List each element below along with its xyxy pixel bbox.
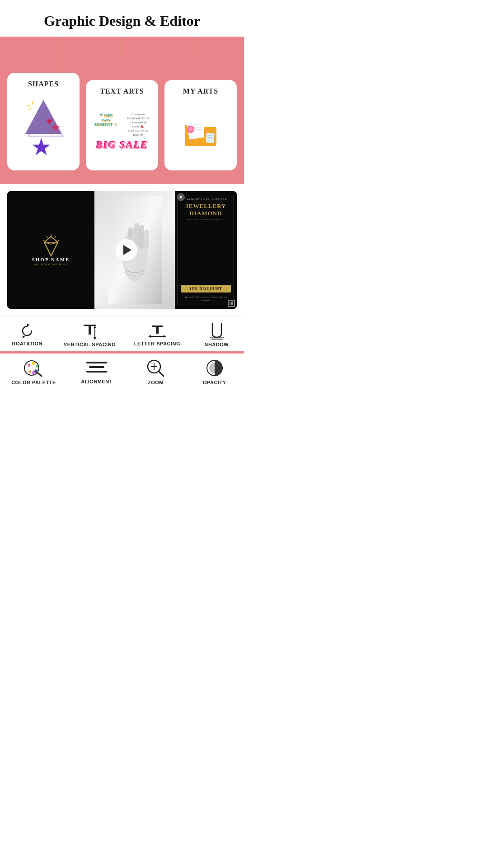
big-sale-text: BIG SALE [96,139,148,151]
shapes-visual: ★ ♥ ★ [13,93,74,163]
shop-slogan-text: YOUR SLOGAN HERE [34,263,68,266]
text-arts-card-image: ✦ enjoyeveryMOMENT ☺ CinderellaIS PROOF … [91,100,153,163]
color-palette-tool[interactable]: COLOR PALETTE [11,359,56,385]
shapes-card[interactable]: SHAPES [7,73,80,170]
shapes-card-title: SHAPES [28,80,59,88]
alignment-tool[interactable]: ALIGNMENT [79,360,115,384]
text-arts-card-title: TEXT ARTS [100,87,144,95]
vertical-spacing-icon [82,322,98,340]
svg-rect-32 [144,230,149,250]
svg-point-48 [32,362,35,365]
alignment-label: ALIGNMENT [81,379,113,384]
rotation-tool[interactable]: ROATATION [9,323,45,346]
color-palette-icon [23,359,43,377]
main-toolbar: ROATATION VERTICAL SPACING LETTER SPACIN… [0,316,244,351]
letter-spacing-label: LETTER SPACING [134,341,180,346]
opacity-tool[interactable]: OPACITY [197,359,233,385]
text-arts-visual: ✦ enjoyeveryMOMENT ☺ CinderellaIS PROOF … [91,113,153,151]
svg-point-46 [24,361,39,375]
svg-rect-55 [86,362,107,363]
close-button[interactable]: ✕ [177,193,185,201]
svg-rect-33 [230,302,230,305]
svg-line-25 [58,240,59,241]
app-title: Graphic Design & Editor [9,13,235,29]
svg-line-24 [47,236,47,238]
svg-marker-40 [94,337,96,340]
svg-line-2 [32,101,33,104]
svg-line-61 [159,371,164,376]
bottom-toolbar: COLOR PALETTE ALIGNMENT ZOOM OPACITY [0,354,244,392]
triangle-svg: ★ ♥ [23,98,64,138]
play-button[interactable] [116,239,137,261]
shadow-icon [209,322,225,340]
svg-rect-42 [156,326,159,334]
pink-section: SHAPES [0,37,244,184]
my-arts-card-image [170,100,231,163]
diamond-logo-icon [40,234,62,257]
discount-badge: 20% DISCOUNT [181,285,231,292]
ad-container: SHOP NAME YOUR SLOGAN HERE [7,191,237,309]
svg-rect-35 [232,302,233,305]
text-arts-card[interactable]: TEXT ARTS ✦ enjoyeveryMOMENT ☺ Cinderell… [86,80,158,170]
my-arts-card[interactable]: MY ARTS [164,80,237,170]
svg-marker-19 [44,236,58,256]
arts-folder-icon [183,116,219,147]
svg-marker-45 [164,335,166,338]
svg-point-49 [36,365,38,368]
my-arts-card-title: MY ARTS [183,87,218,95]
rotation-label: ROATATION [12,341,42,346]
shadow-tool[interactable]: SHADOW [199,322,235,347]
svg-marker-20 [44,236,58,244]
shadow-label: SHADOW [205,342,229,347]
zoom-icon [146,359,164,377]
ad-left-panel: SHOP NAME YOUR SLOGAN HERE [7,191,94,309]
svg-line-23 [55,236,56,238]
play-triangle-icon [123,245,131,255]
svg-rect-57 [86,371,107,373]
svg-text:♥: ♥ [47,116,52,127]
svg-line-53 [36,372,42,376]
address-text: 445 MOUNT EDEN ROAD, ANYTOWN, US 2026000… [181,296,231,302]
svg-rect-56 [89,366,104,368]
vertical-spacing-label: VERTICAL SPACING [64,342,116,347]
svg-line-26 [43,240,44,241]
letter-spacing-icon [148,323,166,339]
svg-marker-44 [148,335,151,338]
hanging-line-2 [120,37,121,59]
svg-point-52 [28,370,31,373]
svg-line-4 [29,108,31,110]
svg-point-47 [28,364,30,367]
cinderella-text: CinderellaIS PROOF THATa new pair ofShoe… [123,113,153,137]
rotation-icon [19,323,35,339]
header: Graphic Design & Editor [0,0,244,37]
opacity-label: OPACITY [203,380,226,385]
cards-row: SHAPES [7,64,237,170]
color-palette-label: COLOR PALETTE [11,380,56,385]
shop-name-text: SHOP NAME [32,257,70,262]
ad-section: SHOP NAME YOUR SLOGAN HERE [0,184,244,316]
better-value-text: BETTER VALUE & CHOICE [181,218,231,221]
zoom-tool[interactable]: ZOOM [137,359,174,385]
ad-right-panel: ✕ DIAMONDS ARE FOREVER JEWELLERY DIAMOND… [175,191,237,309]
alignment-icon [85,360,108,376]
svg-rect-31 [139,225,144,249]
hanging-line-3 [194,37,195,55]
svg-rect-34 [231,302,232,305]
svg-rect-16 [206,132,215,143]
ad-right-inner: DIAMONDS ARE FOREVER JEWELLERY DIAMOND B… [178,195,234,305]
svg-point-12 [188,127,193,132]
jewellery-title-text: JEWELLERY DIAMOND [181,203,231,217]
hanging-line-1 [59,37,60,73]
opacity-icon [206,359,224,377]
svg-rect-37 [89,325,91,335]
enjoy-text: ✦ enjoyeveryMOMENT ☺ [91,113,121,127]
resize-handle[interactable] [228,300,235,307]
letter-spacing-tool[interactable]: LETTER SPACING [134,323,180,346]
resize-icon [230,302,233,305]
vertical-spacing-tool[interactable]: VERTICAL SPACING [64,322,116,347]
diamonds-forever-text: DIAMONDS ARE FOREVER [181,198,231,201]
zoom-label: ZOOM [148,380,164,385]
shapes-card-image: ★ ♥ ★ [13,93,74,163]
